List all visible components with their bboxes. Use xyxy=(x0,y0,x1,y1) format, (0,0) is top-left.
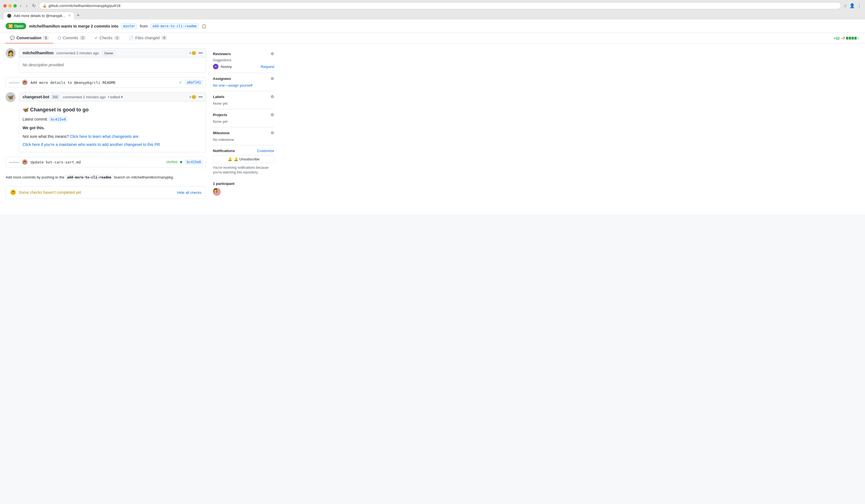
tab-title: Add more details to @manypk… xyxy=(14,14,66,18)
milestone-value: No milestone xyxy=(213,138,234,142)
tab-close-button[interactable]: ✕ xyxy=(68,14,71,17)
maximize-dot[interactable] xyxy=(13,4,17,8)
hide-checks-button[interactable]: Hide all checks xyxy=(177,190,201,195)
bookmark-icon[interactable]: ☆ xyxy=(843,3,847,8)
first-commit-checkmark: ✓ xyxy=(179,80,182,85)
reviewers-header: Reviewers ⚙ xyxy=(213,51,274,56)
diff-stats: +32 −7 xyxy=(833,36,860,40)
customize-notifications-link[interactable]: Customize xyxy=(257,149,274,153)
sidebar-labels-section: Labels ⚙ None yet xyxy=(213,91,274,109)
diff-bar-3 xyxy=(852,37,854,39)
github-icon: ⚫ xyxy=(7,14,11,18)
first-comment-block: 👩 mitchellhamilton commented 2 minutes a… xyxy=(5,48,206,73)
bot-comment-actions: +😊 ••• xyxy=(189,95,203,99)
diff-bar-5 xyxy=(857,37,860,39)
tab-files-label: Files changed xyxy=(135,36,159,40)
bot-add-reaction-button[interactable]: +😊 xyxy=(189,95,196,99)
profile-icon[interactable]: 👤 xyxy=(850,3,855,8)
bot-comment-edited[interactable]: • edited ▾ xyxy=(108,95,123,99)
labels-gear-button[interactable]: ⚙ xyxy=(270,94,274,99)
first-commit-thread: —○— 👩 Add more details to @manypkg/cli R… xyxy=(5,77,206,88)
assignees-value[interactable]: No one—assign yourself xyxy=(213,83,253,87)
reviewers-title: Reviewers xyxy=(213,52,231,56)
author-avatar-image: 👩 xyxy=(5,48,15,58)
request-review-link[interactable]: Request xyxy=(261,65,274,69)
reviewers-gear-button[interactable]: ⚙ xyxy=(270,51,274,56)
second-commit-graph-icon: —○— xyxy=(9,160,19,164)
browser-chrome: ‹ › ↻ 🔒 github.com/mitchellhamilton/many… xyxy=(0,0,865,20)
latest-commit-hash-link[interactable]: bc415e0 xyxy=(49,117,68,122)
latest-commit-label: Latest commit: xyxy=(23,117,48,121)
head-branch[interactable]: add-more-to-cli-readme xyxy=(150,23,199,29)
checks-title-text: Some checks haven't completed yet xyxy=(19,190,174,195)
browser-dots xyxy=(3,4,17,8)
from-text: from xyxy=(140,24,148,28)
first-comment-body: No description provided. xyxy=(19,58,206,72)
sidebar-notifications-section: Notifications Customize 🔔 🔔 Unsubscribe … xyxy=(213,145,274,178)
milestone-gear-button[interactable]: ⚙ xyxy=(270,131,274,135)
browser-tabs: ⚫ Add more details to @manypk… ✕ + xyxy=(3,11,862,20)
tab-commits-count: 2 xyxy=(80,36,85,40)
sidebar-projects-section: Projects ⚙ None yet xyxy=(213,109,274,127)
first-comment-author[interactable]: mitchellhamilton xyxy=(23,51,54,55)
diff-bar-2 xyxy=(849,37,851,39)
branch-info-bar: Add more commits by pushing to the add-m… xyxy=(5,172,206,183)
diff-deletions: −7 xyxy=(841,36,845,40)
copy-icon[interactable]: 📋 xyxy=(201,24,206,28)
main-content: 👩 mitchellhamilton commented 2 minutes a… xyxy=(5,48,206,199)
reload-button[interactable]: ↻ xyxy=(31,2,37,9)
tab-files-changed[interactable]: 📄 Files changed 4 xyxy=(124,33,171,44)
first-commit-hash[interactable]: a0af141 xyxy=(185,80,203,85)
first-commit-message: Add more details to @manypkg/cli README xyxy=(30,81,176,85)
commit-graph-icon: —○— xyxy=(9,80,19,85)
add-reaction-button[interactable]: +😊 xyxy=(189,51,196,55)
author-avatar: 👩 xyxy=(5,48,15,58)
assignees-title: Assignees xyxy=(213,77,231,81)
maintainer-changeset-link[interactable]: Click here if you're a maintainer who wa… xyxy=(23,142,203,148)
second-commit-row: —○— 👩 Update hot-cars-sort.md Verified b… xyxy=(5,157,206,167)
browser-action-icons: ☆ 👤 ⋮ xyxy=(843,3,862,8)
minimize-dot[interactable] xyxy=(8,4,12,8)
first-comment-box: mitchellhamilton commented 2 minutes ago… xyxy=(19,48,206,73)
projects-gear-button[interactable]: ⚙ xyxy=(270,113,274,117)
reviewer-name[interactable]: Noviny xyxy=(221,65,258,69)
bot-comment-author[interactable]: changeset-bot xyxy=(23,95,49,99)
base-branch[interactable]: master xyxy=(121,23,137,29)
bot-comment-time: commented 2 minutes ago xyxy=(63,95,106,99)
address-bar[interactable]: 🔒 github.com/mitchellhamilton/manypkg/pu… xyxy=(39,2,841,9)
labels-header: Labels ⚙ xyxy=(213,94,274,99)
second-commit-author-avatar: 👩 xyxy=(22,159,27,165)
notifications-watching-text: You're receiving notifications because y… xyxy=(213,165,274,175)
tab-conversation-count: 1 xyxy=(43,36,49,40)
tab-checks[interactable]: ✓ Checks 1 xyxy=(90,33,124,44)
first-comment-badge: Owner xyxy=(102,51,115,56)
changeset-title: 🦋 Changeset is good to go xyxy=(23,106,203,114)
assignees-header: Assignees ⚙ xyxy=(213,76,274,81)
bot-comment-box: changeset-bot bot commented 2 minutes ag… xyxy=(19,92,206,152)
tab-conversation[interactable]: 💬 Conversation 1 xyxy=(5,33,53,44)
second-commit-hash[interactable]: bc415e0 xyxy=(185,160,203,165)
active-tab[interactable]: ⚫ Add more details to @manypk… ✕ xyxy=(3,12,74,20)
back-button[interactable]: ‹ xyxy=(19,3,23,9)
learn-changesets-link[interactable]: Click here to learn what changesets are. xyxy=(70,134,140,139)
bot-comment-menu-button[interactable]: ••• xyxy=(198,95,203,99)
new-tab-button[interactable]: + xyxy=(76,11,81,20)
unsubscribe-button[interactable]: 🔔 🔔 Unsubscribe xyxy=(213,155,274,163)
tab-commits[interactable]: ⬡ Commits 2 xyxy=(53,33,90,44)
bot-avatar-image: 🦋 xyxy=(5,92,15,102)
assignees-gear-button[interactable]: ⚙ xyxy=(270,76,274,81)
comment-menu-button[interactable]: ••• xyxy=(198,51,203,55)
sidebar: Reviewers ⚙ Suggestions N Noviny Request… xyxy=(213,48,274,199)
diff-bar-1 xyxy=(846,37,848,39)
menu-icon[interactable]: ⋮ xyxy=(857,3,862,8)
bot-comment-body: 🦋 Changeset is good to go Latest commit:… xyxy=(19,102,206,152)
pr-status-badge: 🔀 Open xyxy=(5,23,26,29)
bot-comment-header: changeset-bot bot commented 2 minutes ag… xyxy=(19,92,206,102)
pr-author: mitchellhamilton wants to merge 2 commit… xyxy=(29,24,118,28)
tab-conversation-label: Conversation xyxy=(16,36,41,40)
first-comment-author-info: mitchellhamilton commented 2 minutes ago… xyxy=(23,51,115,55)
second-commit-message: Update hot-cars-sort.md xyxy=(30,160,163,164)
close-dot[interactable] xyxy=(3,4,7,8)
forward-button[interactable]: › xyxy=(25,3,28,9)
tab-checks-count: 1 xyxy=(114,36,120,40)
